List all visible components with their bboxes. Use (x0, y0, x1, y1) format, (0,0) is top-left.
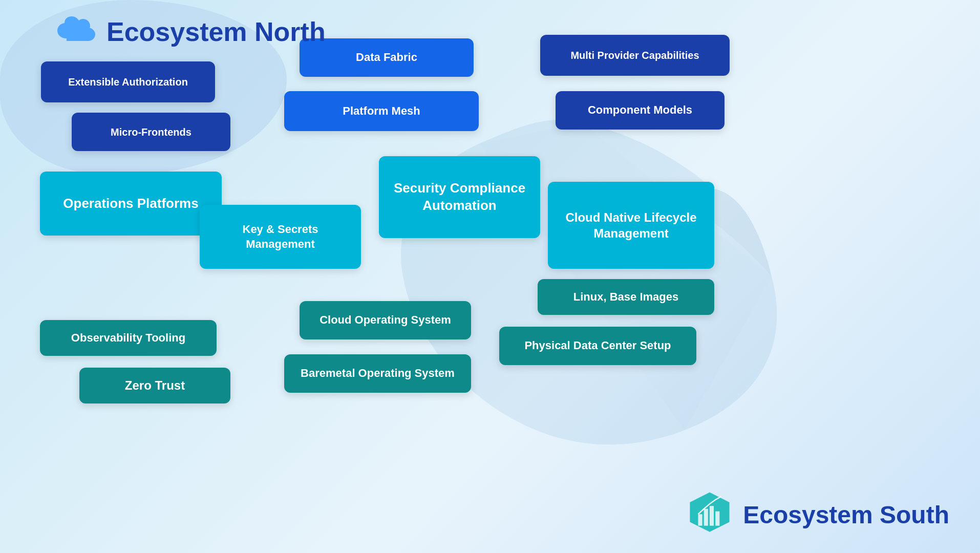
micro-frontends-card[interactable]: Micro-Frontends (72, 113, 230, 151)
physical-data-center-setup-card[interactable]: Physical Data Center Setup (499, 327, 696, 365)
component-models-card[interactable]: Component Models (556, 91, 725, 130)
operations-platforms-card[interactable]: Operations Platforms (40, 172, 222, 236)
background-decoration (352, 97, 813, 456)
cloud-native-lifecycle-management-card[interactable]: Cloud Native Lifecycle Management (548, 182, 714, 269)
cloud-operating-system-card[interactable]: Cloud Operating System (300, 301, 471, 339)
ecosystem-south-title: Ecosystem South (743, 501, 949, 529)
multi-provider-capabilities-card[interactable]: Multi Provider Capabilities (540, 35, 730, 76)
cloud-icon (56, 15, 97, 48)
data-fabric-card[interactable]: Data Fabric (300, 38, 474, 77)
svg-rect-1 (698, 514, 702, 526)
ecosystem-north-header: Ecosystem North (56, 15, 326, 48)
svg-rect-3 (710, 506, 714, 526)
zero-trust-card[interactable]: Zero Trust (79, 368, 230, 403)
security-compliance-automation-card[interactable]: Security Compliance Automation (379, 156, 540, 238)
baremetal-operating-system-card[interactable]: Baremetal Operating System (284, 354, 471, 393)
svg-rect-4 (715, 512, 719, 526)
linux-base-images-card[interactable]: Linux, Base Images (538, 279, 714, 315)
extensible-authorization-card[interactable]: Extensible Authorization (41, 61, 215, 102)
svg-rect-2 (704, 509, 708, 526)
key-secrets-management-card[interactable]: Key & Secrets Management (200, 205, 361, 269)
ecosystem-south-area: Ecosystem South (687, 492, 949, 538)
observability-tooling-card[interactable]: Observability Tooling (40, 320, 217, 356)
ecosystem-south-hex-icon (687, 492, 733, 538)
platform-mesh-card[interactable]: Platform Mesh (284, 91, 479, 131)
ecosystem-north-title: Ecosystem North (106, 16, 326, 47)
